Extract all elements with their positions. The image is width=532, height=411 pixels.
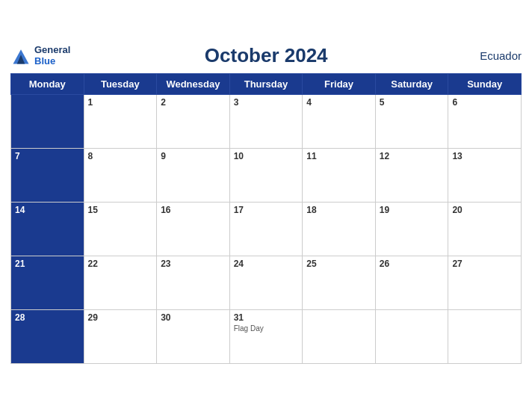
calendar-cell: 12 [375,149,448,203]
calendar-cell: 15 [84,203,157,256]
day-number: 17 [234,205,299,215]
calendar-week-row: 14151617181920 [11,203,522,256]
calendar-cell: 23 [157,256,230,310]
calendar-cell: 25 [303,256,376,310]
day-number: 19 [380,205,445,215]
calendar-cell: 31Flag Day [229,310,303,364]
calendar-cell: 2 [157,95,230,149]
day-number: 13 [452,151,517,161]
calendar-cell: 3 [229,95,303,149]
event-label: Flag Day [234,324,299,333]
weekday-header-row: MondayTuesdayWednesdayThursdayFridaySatu… [11,74,522,95]
generalblue-logo-icon [10,46,31,67]
weekday-header: Tuesday [84,74,157,95]
calendar-week-row: 123456 [11,95,522,149]
day-number: 29 [88,312,153,323]
weekday-header: Thursday [229,74,303,95]
day-number: 7 [15,151,80,161]
calendar-cell: 9 [157,149,230,203]
calendar-cell: 17 [229,203,303,256]
weekday-header: Wednesday [157,74,230,95]
day-number: 21 [15,259,80,269]
calendar-title: October 2024 [70,44,462,67]
day-number: 20 [452,205,517,215]
day-number: 30 [161,312,226,323]
calendar-cell: 29 [84,310,157,364]
calendar-cell: 27 [448,256,522,310]
day-number: 1 [88,97,153,108]
calendar-country: Ecuador [462,49,522,62]
calendar-cell: 10 [229,149,303,203]
weekday-header: Friday [303,74,376,95]
calendar-cell: 13 [448,149,522,203]
calendar-wrapper: General Blue October 2024 Ecuador Monday… [0,37,532,374]
day-number: 31 [234,312,299,323]
calendar-cell: 21 [11,256,84,310]
day-number: 5 [380,97,445,108]
calendar-cell: 30 [157,310,230,364]
day-number: 25 [306,259,371,269]
day-number: 15 [88,205,153,215]
weekday-header: Monday [11,74,84,95]
calendar-cell: 14 [11,203,84,256]
day-number: 18 [306,205,371,215]
calendar-cell: 1 [84,95,157,149]
calendar-cell: 26 [375,256,448,310]
calendar-week-row: 28293031Flag Day [11,310,522,364]
calendar-cell: 4 [303,95,376,149]
day-number: 6 [452,97,517,108]
day-number: 10 [234,151,299,161]
calendar-cell: 7 [11,149,84,203]
day-number: 14 [15,205,80,215]
calendar-cell: 28 [11,310,84,364]
calendar-cell: 24 [229,256,303,310]
day-number: 2 [161,97,226,108]
calendar-cell: 11 [303,149,376,203]
day-number: 11 [306,151,371,161]
logo-general: General [34,44,70,55]
calendar-cell: 20 [448,203,522,256]
calendar-week-row: 21222324252627 [11,256,522,310]
day-number: 24 [234,259,299,269]
calendar-cell: 6 [448,95,522,149]
weekday-header: Sunday [448,74,522,95]
day-number: 27 [452,259,517,269]
calendar-cell: 16 [157,203,230,256]
calendar-cell [11,95,84,149]
logo-text: General Blue [34,45,70,67]
calendar-cell [303,310,376,364]
day-number: 26 [380,259,445,269]
calendar-cell: 8 [84,149,157,203]
calendar-cell [375,310,448,364]
calendar-cell: 22 [84,256,157,310]
day-number: 8 [88,151,153,161]
day-number: 3 [234,97,299,108]
day-number: 22 [88,259,153,269]
calendar-cell [448,310,522,364]
weekday-header: Saturday [375,74,448,95]
calendar-cell: 19 [375,203,448,256]
calendar-week-row: 78910111213 [11,149,522,203]
logo-area: General Blue [10,45,70,67]
day-number: 23 [161,259,226,269]
calendar-cell: 5 [375,95,448,149]
calendar-header: General Blue October 2024 Ecuador [10,44,522,67]
day-number: 28 [15,312,80,323]
day-number: 4 [306,97,371,108]
day-number: 16 [161,205,226,215]
calendar-table: MondayTuesdayWednesdayThursdayFridaySatu… [10,73,522,364]
calendar-cell: 18 [303,203,376,256]
day-number: 12 [380,151,445,161]
day-number: 9 [161,151,226,161]
logo-blue: Blue [34,55,55,67]
